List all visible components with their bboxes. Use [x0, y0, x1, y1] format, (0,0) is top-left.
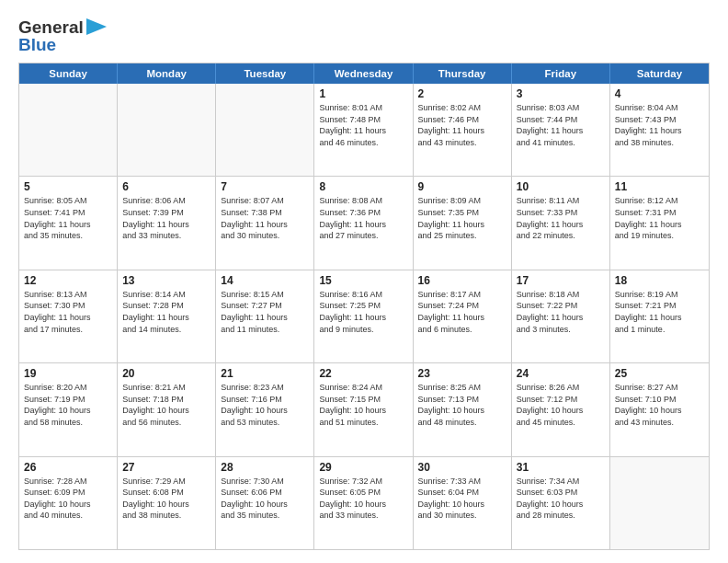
day-info: Sunset: 7:24 PM [418, 300, 506, 312]
day-info: Daylight: 11 hours [24, 219, 112, 231]
day-cell-16: 16Sunrise: 8:17 AMSunset: 7:24 PMDayligh… [414, 270, 512, 362]
day-info: Daylight: 10 hours [122, 405, 210, 417]
day-info: Sunset: 7:25 PM [319, 300, 407, 312]
day-info: and 9 minutes. [319, 324, 407, 336]
day-cell-21: 21Sunrise: 8:23 AMSunset: 7:16 PMDayligh… [216, 363, 314, 455]
day-info: Sunrise: 8:14 AM [122, 289, 210, 301]
weekday-header-thursday: Thursday [414, 63, 512, 84]
day-number: 19 [24, 367, 112, 380]
day-info: Sunrise: 8:25 AM [418, 382, 506, 394]
day-info: and 56 minutes. [122, 417, 210, 429]
page: General Blue SundayMondayTuesdayWednesda… [0, 0, 728, 563]
weekday-header-monday: Monday [118, 63, 216, 84]
day-info: Sunrise: 8:21 AM [122, 382, 210, 394]
day-info: Sunrise: 7:29 AM [122, 476, 210, 488]
day-info: and 19 minutes. [615, 230, 704, 242]
day-info: Daylight: 10 hours [24, 499, 112, 511]
day-cell-3: 3Sunrise: 8:03 AMSunset: 7:44 PMDaylight… [512, 84, 610, 176]
day-number: 18 [615, 274, 704, 287]
day-info: Daylight: 11 hours [221, 312, 309, 324]
day-info: Sunrise: 8:08 AM [319, 195, 407, 207]
day-info: Sunset: 7:13 PM [418, 394, 506, 406]
day-info: and 58 minutes. [24, 417, 112, 429]
day-cell-20: 20Sunrise: 8:21 AMSunset: 7:18 PMDayligh… [118, 363, 216, 455]
day-info: and 41 minutes. [517, 137, 605, 149]
day-info: Daylight: 11 hours [615, 219, 704, 231]
svg-marker-0 [86, 18, 107, 35]
day-info: Sunset: 7:16 PM [221, 394, 309, 406]
day-info: and 3 minutes. [517, 324, 605, 336]
day-cell-6: 6Sunrise: 8:06 AMSunset: 7:39 PMDaylight… [118, 177, 216, 269]
day-cell-11: 11Sunrise: 8:12 AMSunset: 7:31 PMDayligh… [610, 177, 709, 269]
weekday-header-wednesday: Wednesday [314, 63, 413, 84]
day-info: and 14 minutes. [122, 324, 210, 336]
day-info: Daylight: 11 hours [517, 219, 605, 231]
logo-blue: Blue [18, 35, 56, 55]
day-number: 23 [418, 367, 506, 380]
day-number: 17 [517, 274, 605, 287]
day-info: Daylight: 10 hours [221, 499, 309, 511]
day-number: 12 [24, 274, 112, 287]
day-info: Sunset: 7:12 PM [517, 394, 605, 406]
day-info: and 11 minutes. [221, 324, 309, 336]
day-info: Sunrise: 8:18 AM [517, 289, 605, 301]
day-info: and 46 minutes. [319, 137, 407, 149]
day-info: Daylight: 11 hours [319, 125, 407, 137]
empty-cell-4-6 [610, 457, 709, 549]
day-number: 9 [418, 180, 506, 193]
day-cell-22: 22Sunrise: 8:24 AMSunset: 7:15 PMDayligh… [314, 363, 413, 455]
day-cell-2: 2Sunrise: 8:02 AMSunset: 7:46 PMDaylight… [414, 84, 512, 176]
day-info: Sunset: 7:21 PM [615, 300, 704, 312]
day-info: Daylight: 11 hours [418, 312, 506, 324]
day-info: Sunset: 7:44 PM [517, 114, 605, 126]
day-cell-27: 27Sunrise: 7:29 AMSunset: 6:08 PMDayligh… [118, 457, 216, 549]
day-info: Daylight: 11 hours [122, 312, 210, 324]
day-number: 24 [517, 367, 605, 380]
day-info: and 6 minutes. [418, 324, 506, 336]
day-info: and 33 minutes. [319, 510, 407, 522]
calendar-row-1: 1Sunrise: 8:01 AMSunset: 7:48 PMDaylight… [19, 84, 709, 176]
day-number: 2 [418, 87, 506, 100]
day-info: Daylight: 10 hours [319, 405, 407, 417]
day-info: Sunset: 7:48 PM [319, 114, 407, 126]
day-info: Sunrise: 8:06 AM [122, 195, 210, 207]
day-info: Sunset: 7:41 PM [24, 207, 112, 219]
day-info: and 43 minutes. [615, 417, 704, 429]
day-info: and 25 minutes. [418, 230, 506, 242]
day-info: Sunrise: 8:02 AM [418, 102, 506, 114]
day-info: Sunrise: 8:26 AM [517, 382, 605, 394]
day-number: 1 [319, 87, 407, 100]
day-info: Sunrise: 8:11 AM [517, 195, 605, 207]
day-info: Daylight: 11 hours [122, 219, 210, 231]
day-cell-25: 25Sunrise: 8:27 AMSunset: 7:10 PMDayligh… [610, 363, 709, 455]
day-info: Daylight: 11 hours [24, 312, 112, 324]
day-number: 29 [319, 461, 407, 474]
calendar-row-2: 5Sunrise: 8:05 AMSunset: 7:41 PMDaylight… [19, 176, 709, 269]
day-info: and 30 minutes. [418, 510, 506, 522]
day-info: and 27 minutes. [319, 230, 407, 242]
day-info: Daylight: 11 hours [319, 312, 407, 324]
day-info: Sunrise: 8:05 AM [24, 195, 112, 207]
day-info: Sunset: 6:06 PM [221, 487, 309, 499]
header: General Blue [18, 17, 710, 55]
day-info: Sunrise: 7:30 AM [221, 476, 309, 488]
day-info: and 17 minutes. [24, 324, 112, 336]
day-cell-24: 24Sunrise: 8:26 AMSunset: 7:12 PMDayligh… [512, 363, 610, 455]
day-info: Sunset: 7:36 PM [319, 207, 407, 219]
weekday-header-sunday: Sunday [19, 63, 118, 84]
day-info: Sunrise: 8:16 AM [319, 289, 407, 301]
day-info: Sunset: 7:22 PM [517, 300, 605, 312]
day-number: 25 [615, 367, 704, 380]
day-info: and 22 minutes. [517, 230, 605, 242]
day-number: 4 [615, 87, 704, 100]
day-cell-31: 31Sunrise: 7:34 AMSunset: 6:03 PMDayligh… [512, 457, 610, 549]
day-number: 22 [319, 367, 407, 380]
day-info: Sunrise: 8:04 AM [615, 102, 704, 114]
calendar-row-3: 12Sunrise: 8:13 AMSunset: 7:30 PMDayligh… [19, 270, 709, 362]
day-info: Daylight: 11 hours [221, 219, 309, 231]
day-info: Sunset: 7:33 PM [517, 207, 605, 219]
day-cell-29: 29Sunrise: 7:32 AMSunset: 6:05 PMDayligh… [314, 457, 413, 549]
day-info: and 38 minutes. [122, 510, 210, 522]
day-number: 6 [122, 180, 210, 193]
day-info: Daylight: 10 hours [24, 405, 112, 417]
